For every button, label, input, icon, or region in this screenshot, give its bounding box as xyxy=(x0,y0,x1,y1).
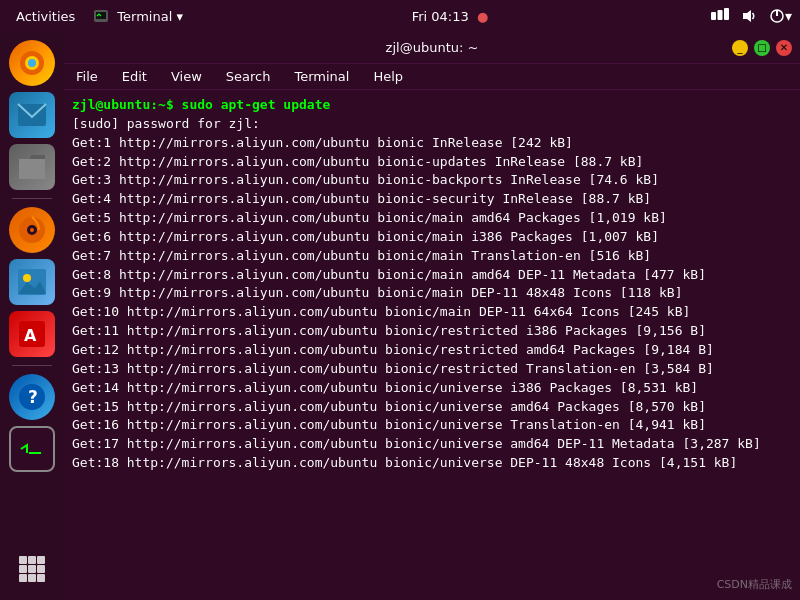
sidebar-item-firefox[interactable] xyxy=(9,40,55,86)
sidebar-item-help[interactable]: ? xyxy=(9,374,55,420)
terminal-menubar: File Edit View Search Terminal Help xyxy=(64,64,800,90)
active-indicator xyxy=(9,431,11,467)
system-bar-left: Activities File Terminal ▾ xyxy=(8,4,189,28)
terminal-titlebar: zjl@ubuntu: ~ _ □ ✕ xyxy=(64,32,800,64)
terminal-line: Get:15 http://mirrors.aliyun.com/ubuntu … xyxy=(72,398,792,417)
svg-rect-29 xyxy=(37,565,45,573)
terminal-lines: zjl@ubuntu:~$ sudo apt-get update[sudo] … xyxy=(72,96,792,473)
menu-search[interactable]: Search xyxy=(222,67,275,86)
terminal-line: Get:17 http://mirrors.aliyun.com/ubuntu … xyxy=(72,435,792,454)
svg-point-16 xyxy=(23,274,31,282)
sidebar-item-apps[interactable] xyxy=(9,546,55,592)
terminal-line: Get:14 http://mirrors.aliyun.com/ubuntu … xyxy=(72,379,792,398)
svg-rect-32 xyxy=(37,574,45,582)
volume-icon[interactable] xyxy=(741,8,757,24)
terminal-line: Get:6 http://mirrors.aliyun.com/ubuntu b… xyxy=(72,228,792,247)
svg-rect-26 xyxy=(37,556,45,564)
network-icon[interactable] xyxy=(711,8,729,24)
menu-file[interactable]: File xyxy=(72,67,102,86)
menu-help[interactable]: Help xyxy=(369,67,407,86)
terminal-line: Get:2 http://mirrors.aliyun.com/ubuntu b… xyxy=(72,153,792,172)
terminal-line: Get:5 http://mirrors.aliyun.com/ubuntu b… xyxy=(72,209,792,228)
terminal-line: [sudo] password for zjl: xyxy=(72,115,792,134)
activities-button[interactable]: Activities xyxy=(8,5,83,28)
sidebar: A ? xyxy=(0,32,64,600)
svg-rect-4 xyxy=(724,8,729,20)
terminal-line: Get:3 http://mirrors.aliyun.com/ubuntu b… xyxy=(72,171,792,190)
power-icon[interactable]: ▾ xyxy=(769,8,792,24)
maximize-button[interactable]: □ xyxy=(754,40,770,56)
sidebar-divider-1 xyxy=(12,198,52,199)
sidebar-item-files[interactable] xyxy=(9,144,55,190)
menu-edit[interactable]: Edit xyxy=(118,67,151,86)
menu-view[interactable]: View xyxy=(167,67,206,86)
terminal-line: Get:11 http://mirrors.aliyun.com/ubuntu … xyxy=(72,322,792,341)
terminal-line: Get:13 http://mirrors.aliyun.com/ubuntu … xyxy=(72,360,792,379)
svg-rect-30 xyxy=(19,574,27,582)
minimize-button[interactable]: _ xyxy=(732,40,748,56)
terminal-title-text: zjl@ubuntu: ~ xyxy=(132,40,732,55)
window-controls: _ □ ✕ xyxy=(732,40,792,56)
svg-rect-27 xyxy=(19,565,27,573)
terminal-line: Get:10 http://mirrors.aliyun.com/ubuntu … xyxy=(72,303,792,322)
svg-text:?: ? xyxy=(28,387,38,407)
system-bar-right: ▾ xyxy=(711,8,792,24)
sidebar-item-music[interactable] xyxy=(9,207,55,253)
menu-terminal[interactable]: Terminal xyxy=(290,67,353,86)
sidebar-item-terminal[interactable] xyxy=(9,426,55,472)
terminal-output[interactable]: zjl@ubuntu:~$ sudo apt-get update[sudo] … xyxy=(64,90,800,600)
terminal-line: Get:16 http://mirrors.aliyun.com/ubuntu … xyxy=(72,416,792,435)
sidebar-item-email[interactable] xyxy=(9,92,55,138)
system-bar: Activities File Terminal ▾ Fri 04:13 ● xyxy=(0,0,800,32)
system-bar-center: Fri 04:13 ● xyxy=(412,9,489,24)
svg-rect-24 xyxy=(19,556,27,564)
svg-point-10 xyxy=(28,59,36,67)
terminal-line: Get:8 http://mirrors.aliyun.com/ubuntu b… xyxy=(72,266,792,285)
sidebar-item-photos[interactable] xyxy=(9,259,55,305)
terminal-line: Get:1 http://mirrors.aliyun.com/ubuntu b… xyxy=(72,134,792,153)
terminal-line: Get:18 http://mirrors.aliyun.com/ubuntu … xyxy=(72,454,792,473)
svg-rect-31 xyxy=(28,574,36,582)
sidebar-item-libreoffice[interactable]: A xyxy=(9,311,55,357)
terminal-line: Get:4 http://mirrors.aliyun.com/ubuntu b… xyxy=(72,190,792,209)
svg-point-14 xyxy=(30,228,34,232)
svg-text:A: A xyxy=(24,326,37,345)
sidebar-divider-2 xyxy=(12,365,52,366)
close-button[interactable]: ✕ xyxy=(776,40,792,56)
terminal-line: Get:12 http://mirrors.aliyun.com/ubuntu … xyxy=(72,341,792,360)
svg-rect-2 xyxy=(711,12,716,20)
terminal-line: zjl@ubuntu:~$ sudo apt-get update xyxy=(72,96,792,115)
svg-rect-28 xyxy=(28,565,36,573)
svg-rect-3 xyxy=(717,10,722,20)
terminal-line: Get:9 http://mirrors.aliyun.com/ubuntu b… xyxy=(72,284,792,303)
terminal-line: Get:7 http://mirrors.aliyun.com/ubuntu b… xyxy=(72,247,792,266)
svg-marker-5 xyxy=(743,10,751,22)
terminal-menu-button[interactable]: File Terminal ▾ xyxy=(87,4,189,28)
svg-rect-25 xyxy=(28,556,36,564)
main-layout: A ? xyxy=(0,32,800,600)
terminal-window: zjl@ubuntu: ~ _ □ ✕ File Edit View Searc… xyxy=(64,32,800,600)
